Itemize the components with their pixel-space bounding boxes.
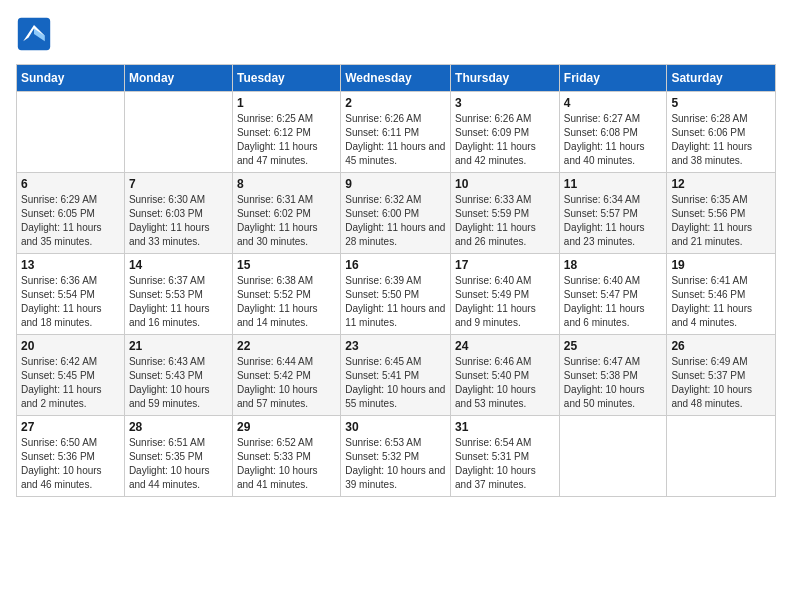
- calendar-cell: 10Sunrise: 6:33 AM Sunset: 5:59 PM Dayli…: [451, 173, 560, 254]
- calendar-week-4: 20Sunrise: 6:42 AM Sunset: 5:45 PM Dayli…: [17, 335, 776, 416]
- calendar-cell: 31Sunrise: 6:54 AM Sunset: 5:31 PM Dayli…: [451, 416, 560, 497]
- day-info: Sunrise: 6:46 AM Sunset: 5:40 PM Dayligh…: [455, 355, 555, 411]
- calendar-cell: 16Sunrise: 6:39 AM Sunset: 5:50 PM Dayli…: [341, 254, 451, 335]
- day-info: Sunrise: 6:29 AM Sunset: 6:05 PM Dayligh…: [21, 193, 120, 249]
- calendar-cell: 4Sunrise: 6:27 AM Sunset: 6:08 PM Daylig…: [559, 92, 667, 173]
- calendar-cell: 22Sunrise: 6:44 AM Sunset: 5:42 PM Dayli…: [232, 335, 340, 416]
- day-number: 30: [345, 420, 446, 434]
- calendar-cell: 9Sunrise: 6:32 AM Sunset: 6:00 PM Daylig…: [341, 173, 451, 254]
- day-info: Sunrise: 6:43 AM Sunset: 5:43 PM Dayligh…: [129, 355, 228, 411]
- day-number: 26: [671, 339, 771, 353]
- calendar-week-1: 1Sunrise: 6:25 AM Sunset: 6:12 PM Daylig…: [17, 92, 776, 173]
- calendar-header-row: SundayMondayTuesdayWednesdayThursdayFrid…: [17, 65, 776, 92]
- calendar-table: SundayMondayTuesdayWednesdayThursdayFrid…: [16, 64, 776, 497]
- day-number: 5: [671, 96, 771, 110]
- day-number: 8: [237, 177, 336, 191]
- day-info: Sunrise: 6:54 AM Sunset: 5:31 PM Dayligh…: [455, 436, 555, 492]
- day-info: Sunrise: 6:37 AM Sunset: 5:53 PM Dayligh…: [129, 274, 228, 330]
- calendar-cell: [17, 92, 125, 173]
- day-info: Sunrise: 6:44 AM Sunset: 5:42 PM Dayligh…: [237, 355, 336, 411]
- calendar-cell: [559, 416, 667, 497]
- calendar-cell: 5Sunrise: 6:28 AM Sunset: 6:06 PM Daylig…: [667, 92, 776, 173]
- calendar-cell: 29Sunrise: 6:52 AM Sunset: 5:33 PM Dayli…: [232, 416, 340, 497]
- day-info: Sunrise: 6:50 AM Sunset: 5:36 PM Dayligh…: [21, 436, 120, 492]
- day-number: 16: [345, 258, 446, 272]
- day-number: 28: [129, 420, 228, 434]
- day-number: 22: [237, 339, 336, 353]
- day-number: 7: [129, 177, 228, 191]
- calendar-cell: 7Sunrise: 6:30 AM Sunset: 6:03 PM Daylig…: [124, 173, 232, 254]
- day-number: 21: [129, 339, 228, 353]
- calendar-cell: 23Sunrise: 6:45 AM Sunset: 5:41 PM Dayli…: [341, 335, 451, 416]
- day-info: Sunrise: 6:33 AM Sunset: 5:59 PM Dayligh…: [455, 193, 555, 249]
- day-info: Sunrise: 6:39 AM Sunset: 5:50 PM Dayligh…: [345, 274, 446, 330]
- logo-icon: [16, 16, 52, 52]
- day-number: 20: [21, 339, 120, 353]
- day-number: 10: [455, 177, 555, 191]
- logo: [16, 16, 58, 52]
- day-number: 29: [237, 420, 336, 434]
- calendar-cell: 27Sunrise: 6:50 AM Sunset: 5:36 PM Dayli…: [17, 416, 125, 497]
- day-info: Sunrise: 6:26 AM Sunset: 6:09 PM Dayligh…: [455, 112, 555, 168]
- day-number: 1: [237, 96, 336, 110]
- day-number: 18: [564, 258, 663, 272]
- calendar-cell: 3Sunrise: 6:26 AM Sunset: 6:09 PM Daylig…: [451, 92, 560, 173]
- calendar-cell: 18Sunrise: 6:40 AM Sunset: 5:47 PM Dayli…: [559, 254, 667, 335]
- day-info: Sunrise: 6:30 AM Sunset: 6:03 PM Dayligh…: [129, 193, 228, 249]
- day-number: 13: [21, 258, 120, 272]
- day-number: 6: [21, 177, 120, 191]
- day-info: Sunrise: 6:42 AM Sunset: 5:45 PM Dayligh…: [21, 355, 120, 411]
- calendar-cell: 30Sunrise: 6:53 AM Sunset: 5:32 PM Dayli…: [341, 416, 451, 497]
- day-info: Sunrise: 6:27 AM Sunset: 6:08 PM Dayligh…: [564, 112, 663, 168]
- day-number: 24: [455, 339, 555, 353]
- day-info: Sunrise: 6:47 AM Sunset: 5:38 PM Dayligh…: [564, 355, 663, 411]
- day-info: Sunrise: 6:51 AM Sunset: 5:35 PM Dayligh…: [129, 436, 228, 492]
- day-number: 14: [129, 258, 228, 272]
- calendar-week-5: 27Sunrise: 6:50 AM Sunset: 5:36 PM Dayli…: [17, 416, 776, 497]
- day-info: Sunrise: 6:53 AM Sunset: 5:32 PM Dayligh…: [345, 436, 446, 492]
- day-number: 3: [455, 96, 555, 110]
- calendar-cell: 1Sunrise: 6:25 AM Sunset: 6:12 PM Daylig…: [232, 92, 340, 173]
- day-info: Sunrise: 6:36 AM Sunset: 5:54 PM Dayligh…: [21, 274, 120, 330]
- calendar-cell: 26Sunrise: 6:49 AM Sunset: 5:37 PM Dayli…: [667, 335, 776, 416]
- calendar-cell: 19Sunrise: 6:41 AM Sunset: 5:46 PM Dayli…: [667, 254, 776, 335]
- day-number: 9: [345, 177, 446, 191]
- calendar-cell: 15Sunrise: 6:38 AM Sunset: 5:52 PM Dayli…: [232, 254, 340, 335]
- day-number: 27: [21, 420, 120, 434]
- page-header: [16, 16, 776, 52]
- day-info: Sunrise: 6:32 AM Sunset: 6:00 PM Dayligh…: [345, 193, 446, 249]
- col-header-sunday: Sunday: [17, 65, 125, 92]
- day-number: 15: [237, 258, 336, 272]
- calendar-cell: [667, 416, 776, 497]
- calendar-week-3: 13Sunrise: 6:36 AM Sunset: 5:54 PM Dayli…: [17, 254, 776, 335]
- day-info: Sunrise: 6:40 AM Sunset: 5:47 PM Dayligh…: [564, 274, 663, 330]
- calendar-cell: 13Sunrise: 6:36 AM Sunset: 5:54 PM Dayli…: [17, 254, 125, 335]
- day-info: Sunrise: 6:49 AM Sunset: 5:37 PM Dayligh…: [671, 355, 771, 411]
- day-number: 23: [345, 339, 446, 353]
- day-number: 12: [671, 177, 771, 191]
- day-info: Sunrise: 6:34 AM Sunset: 5:57 PM Dayligh…: [564, 193, 663, 249]
- day-number: 2: [345, 96, 446, 110]
- calendar-cell: 28Sunrise: 6:51 AM Sunset: 5:35 PM Dayli…: [124, 416, 232, 497]
- calendar-week-2: 6Sunrise: 6:29 AM Sunset: 6:05 PM Daylig…: [17, 173, 776, 254]
- day-info: Sunrise: 6:26 AM Sunset: 6:11 PM Dayligh…: [345, 112, 446, 168]
- calendar-cell: 24Sunrise: 6:46 AM Sunset: 5:40 PM Dayli…: [451, 335, 560, 416]
- calendar-cell: 8Sunrise: 6:31 AM Sunset: 6:02 PM Daylig…: [232, 173, 340, 254]
- calendar-cell: 6Sunrise: 6:29 AM Sunset: 6:05 PM Daylig…: [17, 173, 125, 254]
- col-header-friday: Friday: [559, 65, 667, 92]
- col-header-saturday: Saturday: [667, 65, 776, 92]
- day-number: 4: [564, 96, 663, 110]
- calendar-cell: 20Sunrise: 6:42 AM Sunset: 5:45 PM Dayli…: [17, 335, 125, 416]
- day-info: Sunrise: 6:31 AM Sunset: 6:02 PM Dayligh…: [237, 193, 336, 249]
- calendar-cell: 14Sunrise: 6:37 AM Sunset: 5:53 PM Dayli…: [124, 254, 232, 335]
- calendar-cell: 21Sunrise: 6:43 AM Sunset: 5:43 PM Dayli…: [124, 335, 232, 416]
- day-number: 19: [671, 258, 771, 272]
- calendar-cell: 17Sunrise: 6:40 AM Sunset: 5:49 PM Dayli…: [451, 254, 560, 335]
- day-info: Sunrise: 6:40 AM Sunset: 5:49 PM Dayligh…: [455, 274, 555, 330]
- day-info: Sunrise: 6:35 AM Sunset: 5:56 PM Dayligh…: [671, 193, 771, 249]
- day-number: 31: [455, 420, 555, 434]
- day-info: Sunrise: 6:38 AM Sunset: 5:52 PM Dayligh…: [237, 274, 336, 330]
- day-info: Sunrise: 6:28 AM Sunset: 6:06 PM Dayligh…: [671, 112, 771, 168]
- calendar-cell: [124, 92, 232, 173]
- day-info: Sunrise: 6:45 AM Sunset: 5:41 PM Dayligh…: [345, 355, 446, 411]
